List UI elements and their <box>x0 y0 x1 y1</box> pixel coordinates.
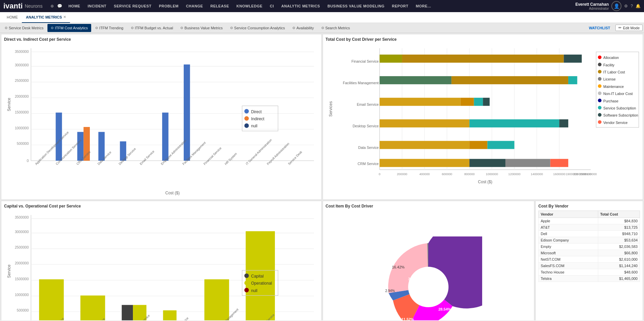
chart-title-capital-operational: Capital vs. Operational Cost per Service <box>4 204 319 208</box>
chart-svg-capital-operational: 0 500000 1000000 1500000 2000000 2500000… <box>4 211 319 320</box>
svg-text:Desktop Service: Desktop Service <box>352 124 379 128</box>
table-row: Edison Company$53,634 <box>539 237 640 243</box>
nav-release[interactable]: RELEASE <box>207 0 232 12</box>
nav-ci[interactable]: CI <box>266 0 277 12</box>
svg-rect-88 <box>559 119 568 127</box>
svg-text:3000000: 3000000 <box>15 63 29 67</box>
svg-rect-93 <box>469 159 505 167</box>
nav-business-value[interactable]: BUSINESS VALUE MODELING <box>324 0 388 12</box>
vendor-name-cell: SalesFS.COM <box>539 262 598 269</box>
nav-service-request[interactable]: SERVICE REQUEST <box>110 0 155 12</box>
help-icon[interactable]: ? <box>631 4 633 8</box>
svg-text:400000: 400000 <box>419 172 430 176</box>
svg-text:null: null <box>251 124 257 128</box>
vendor-name-cell: Apple <box>539 218 598 224</box>
user-role: Administrator <box>575 7 609 10</box>
tab-close-icon[interactable]: ✕ <box>63 15 66 19</box>
svg-text:Capital: Capital <box>251 274 263 279</box>
svg-point-105 <box>598 84 602 88</box>
settings-icon[interactable]: ⚙ <box>624 4 628 8</box>
svg-text:0: 0 <box>379 172 380 176</box>
svg-rect-136 <box>39 279 64 320</box>
sub-tab-label-itfm-cost: ITFM Cost Analytics <box>55 26 88 30</box>
nav-more[interactable]: MORE... <box>413 0 435 12</box>
sub-tab-itfm-cost[interactable]: ⊙ ITFM Cost Analytics <box>47 24 91 32</box>
svg-text:Vendor Service: Vendor Service <box>603 121 628 125</box>
tab-home[interactable]: HOME <box>3 12 22 23</box>
sub-tab-availability[interactable]: ⊙ Availability <box>289 24 317 32</box>
vendor-name-cell: NetST.COM <box>539 256 598 262</box>
logo-product: Neurons <box>25 3 42 9</box>
svg-rect-80 <box>451 76 568 84</box>
chart-title-vendor: Cost By Vendor <box>538 204 640 208</box>
nav-home[interactable]: HOME <box>65 0 83 12</box>
vendor-name-cell: Dell <box>539 230 598 237</box>
vendor-cost-cell: $66,800 <box>598 250 640 256</box>
sub-tab-service-desk[interactable]: ⊙ Service Desk Metrics <box>1 24 47 32</box>
chart-svg-total-cost-driver: 0 200000 400000 600000 800000 1000000 12… <box>326 44 640 197</box>
svg-text:Maintenance: Maintenance <box>603 85 624 89</box>
svg-point-155 <box>244 288 249 292</box>
svg-point-113 <box>598 113 602 117</box>
svg-text:Service: Service <box>7 98 11 111</box>
nav-icon-1[interactable]: ⊕ <box>49 4 55 8</box>
sub-tab-icon-business-value: ⊙ <box>180 26 183 30</box>
nav-icon-2[interactable]: 💬 <box>56 4 64 8</box>
nav-analytic-metrics[interactable]: ANALYTIC METRICS <box>278 0 323 12</box>
svg-text:null: null <box>251 288 257 293</box>
svg-text:0: 0 <box>27 159 29 163</box>
svg-rect-95 <box>550 159 568 167</box>
svg-rect-76 <box>380 55 402 63</box>
svg-text:1600000: 1600000 <box>553 172 565 176</box>
main-content: Direct vs. Indirect Cost per Service 0 5… <box>0 33 644 320</box>
table-row: NetST.COM$2,610,000 <box>539 256 640 262</box>
sub-tab-itfm-trending[interactable]: ⊙ ITFM Trending <box>92 24 127 32</box>
edit-mode-button[interactable]: ✏ Edit Mode <box>615 25 643 31</box>
sub-tab-search-metrics[interactable]: ⊙ Search Metrics <box>318 24 353 32</box>
svg-text:Cost ($): Cost ($) <box>478 180 492 184</box>
svg-rect-83 <box>460 98 474 106</box>
vendor-cost-cell: $1,465,000 <box>598 275 640 282</box>
sub-tab-service-consumption[interactable]: ⊙ Service Consumption Analytics <box>227 24 288 32</box>
svg-rect-142 <box>204 279 229 320</box>
svg-text:Service Desk: Service Desk <box>287 150 303 166</box>
sub-tab-icon-service-consumption: ⊙ <box>230 26 233 30</box>
table-row: Empty$2,036,583 <box>539 243 640 250</box>
svg-point-115 <box>598 120 602 124</box>
svg-rect-89 <box>380 141 469 149</box>
nav-report[interactable]: REPORT <box>389 0 412 12</box>
vendor-cost-cell: $948,710 <box>598 230 640 237</box>
vendor-cost-cell: $53,634 <box>598 237 640 243</box>
chart-content-total-cost-driver: 0 200000 400000 600000 800000 1000000 12… <box>326 44 640 197</box>
svg-point-109 <box>598 99 602 102</box>
watchlist-button[interactable]: WATCHLIST <box>586 26 613 30</box>
user-avatar[interactable]: 👤 <box>611 1 621 11</box>
svg-point-39 <box>244 109 249 114</box>
svg-rect-78 <box>564 55 581 63</box>
svg-rect-90 <box>469 141 487 149</box>
svg-rect-137 <box>80 295 105 320</box>
sub-tab-itfm-budget[interactable]: ⊙ ITFM Budget vs. Actual <box>128 24 177 32</box>
sub-tab-icon-itfm-trending: ⊙ <box>95 26 98 30</box>
svg-rect-77 <box>402 55 564 63</box>
svg-point-43 <box>244 123 249 128</box>
vendor-cost-cell: $84,830 <box>598 218 640 224</box>
svg-rect-91 <box>487 141 514 149</box>
sub-tab-label-service-consumption: Service Consumption Analytics <box>234 26 285 30</box>
nav-knowledge[interactable]: KNOWLEDGE <box>233 0 266 12</box>
edit-mode-label: Edit Mode <box>623 26 640 30</box>
svg-text:Data Service: Data Service <box>358 146 379 150</box>
tab-analytic-metrics[interactable]: ANALYTIC METRICS ✕ <box>22 12 70 23</box>
svg-text:Non-IT Labor Cost: Non-IT Labor Cost <box>603 92 633 96</box>
tab-bar: HOME ANALYTIC METRICS ✕ <box>0 12 644 23</box>
svg-text:Operational: Operational <box>251 281 272 286</box>
svg-text:CRM Service: CRM Service <box>357 162 379 166</box>
notification-icon[interactable]: 🔔 <box>636 4 641 8</box>
nav-change[interactable]: CHANGE <box>183 0 207 12</box>
svg-rect-92 <box>380 159 469 167</box>
vendor-cost-cell: $1,144,240 <box>598 262 640 269</box>
sub-tab-business-value[interactable]: ⊙ Business Value Metrics <box>177 24 226 32</box>
vendor-cost-cell: $48,600 <box>598 269 640 275</box>
nav-incident[interactable]: INCIDENT <box>84 0 110 12</box>
nav-problem[interactable]: PROBLEM <box>155 0 182 12</box>
